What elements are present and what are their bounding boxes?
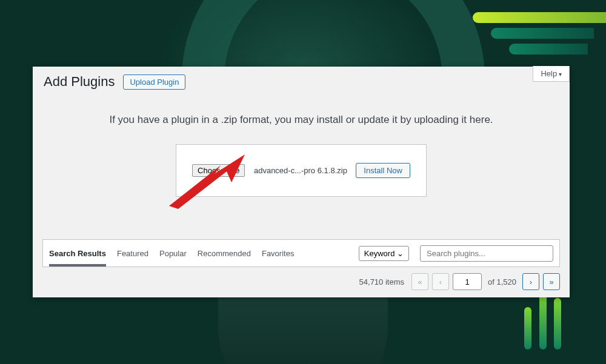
pagination-prev-button[interactable]: ‹ bbox=[432, 273, 449, 290]
panel-header: Add Plugins Upload Plugin bbox=[33, 67, 570, 90]
bg-stripes-top-right bbox=[473, 12, 606, 59]
search-plugins-input[interactable] bbox=[420, 245, 553, 262]
add-plugins-panel: Help Add Plugins Upload Plugin If you ha… bbox=[33, 67, 570, 297]
pagination-last-button[interactable]: » bbox=[543, 273, 560, 290]
bg-stripes-bottom-right bbox=[522, 289, 564, 352]
pagination-bar: 54,710 items « ‹ of 1,520 › » bbox=[33, 267, 570, 297]
upload-section: If you have a plugin in a .zip format, y… bbox=[33, 90, 570, 209]
tab-recommended[interactable]: Recommended bbox=[198, 240, 251, 266]
filter-bar: Search Results Featured Popular Recommen… bbox=[42, 239, 560, 267]
items-count: 54,710 items bbox=[359, 277, 404, 286]
page-title: Add Plugins bbox=[44, 74, 115, 90]
pagination-of-label: of 1,520 bbox=[488, 277, 516, 286]
pagination-next-button[interactable]: › bbox=[522, 273, 539, 290]
upload-plugin-button[interactable]: Upload Plugin bbox=[123, 74, 185, 90]
install-now-button[interactable]: Install Now bbox=[356, 163, 410, 178]
tab-popular[interactable]: Popular bbox=[159, 240, 187, 266]
tab-search-results[interactable]: Search Results bbox=[49, 240, 106, 266]
tab-favorites[interactable]: Favorites bbox=[262, 240, 294, 266]
selected-file-name: advanced-c...-pro 6.1.8.zip bbox=[254, 166, 347, 175]
upload-description: If you have a plugin in a .zip format, y… bbox=[45, 114, 558, 126]
pagination-page-input[interactable] bbox=[453, 273, 482, 290]
tab-featured[interactable]: Featured bbox=[117, 240, 148, 266]
choose-file-button[interactable]: Choose File bbox=[192, 164, 245, 177]
upload-box: Choose File advanced-c...-pro 6.1.8.zip … bbox=[176, 144, 427, 197]
pagination-first-button[interactable]: « bbox=[411, 273, 428, 290]
help-tab[interactable]: Help bbox=[533, 66, 570, 82]
search-filter-select[interactable]: Keyword bbox=[359, 246, 409, 261]
